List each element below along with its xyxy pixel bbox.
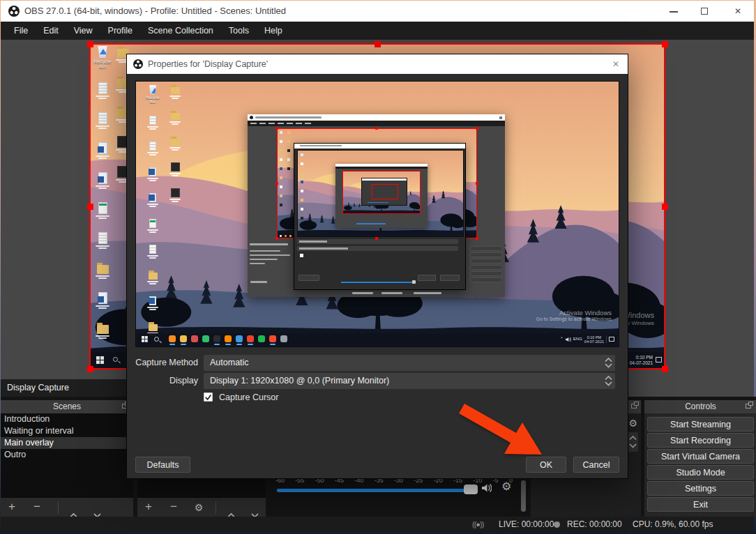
search-icon	[154, 337, 159, 342]
recycle-bin-desktop-icon: Recycle Bin	[93, 46, 112, 69]
properties-dialog: Properties for 'Display Capture' ✕ Recyc…	[126, 54, 628, 479]
scene-item[interactable]: Waiting or interval	[1, 425, 133, 437]
menu-item[interactable]: Profile	[100, 22, 140, 40]
dark-app-desktop-icon	[167, 188, 183, 202]
nested-menu-bar	[248, 121, 505, 126]
dialog-close-button[interactable]: ✕	[604, 54, 628, 74]
capture-cursor-label: Capture Cursor	[219, 392, 278, 402]
dark-app-desktop-icon	[167, 162, 183, 176]
menu-bar: FileEditViewProfileScene CollectionTools…	[1, 22, 754, 40]
source-up-button[interactable]	[224, 498, 238, 517]
controls-dock: Controls Start StreamingStart RecordingS…	[644, 400, 756, 517]
scene-down-button[interactable]	[90, 498, 104, 517]
controls-button[interactable]: Exit	[647, 497, 754, 512]
combo-spinner-icon	[603, 374, 613, 388]
folder-desktop-icon	[167, 137, 183, 151]
title-bar: OBS 27.0.1 (64-bit, windows) - Profile: …	[1, 1, 754, 22]
folder-desktop-icon	[167, 85, 183, 99]
controls-button[interactable]: Start Recording	[647, 433, 754, 448]
popout-icon[interactable]	[746, 404, 751, 409]
minimize-button[interactable]	[662, 1, 686, 22]
file-explorer-taskbar-icon	[178, 333, 189, 345]
menu-item[interactable]: File	[6, 22, 36, 40]
menu-item[interactable]: Help	[257, 22, 290, 40]
desktop-icons-column-1: Recycle Bin	[144, 85, 161, 347]
volume-slider-handle[interactable]	[464, 485, 478, 494]
add-scene-button[interactable]: +	[5, 498, 19, 517]
scene-item[interactable]: Outro	[1, 449, 133, 461]
minimize-icon	[670, 11, 678, 13]
duration-spinner[interactable]	[628, 432, 638, 452]
tray-clock: 0:10 PM 04-07-2021	[584, 335, 604, 344]
obs-logo-icon	[133, 59, 143, 69]
selected-source-label: Display Capture	[1, 379, 133, 397]
capture-method-select[interactable]: Automatic	[204, 355, 615, 371]
folder-desktop-icon	[144, 270, 161, 284]
obs-logo-icon	[8, 6, 20, 17]
remove-source-button[interactable]: −	[167, 498, 181, 517]
folder-desktop-icon	[93, 262, 112, 279]
add-source-button[interactable]: +	[142, 498, 156, 517]
doc-desktop-icon	[144, 116, 161, 130]
capture-cursor-checkbox[interactable]	[204, 392, 213, 402]
search-icon	[113, 357, 118, 362]
broadcast-icon: ((●))	[472, 517, 483, 532]
transition-gear-icon[interactable]: ⚙	[628, 418, 637, 429]
controls-button[interactable]: Start Virtual Camera	[647, 449, 754, 464]
capture-method-row: Capture Method Automatic	[127, 355, 628, 371]
scene-item[interactable]: Introduction	[1, 413, 133, 425]
settings-taskbar-icon	[278, 333, 289, 345]
resize-handle-bottom-right[interactable]	[662, 366, 668, 372]
tray-speaker-icon	[566, 337, 571, 342]
resize-handle-mid-left[interactable]	[87, 204, 93, 210]
close-icon: ✕	[726, 1, 750, 22]
scenes-header: Scenes	[1, 400, 133, 413]
menu-item[interactable]: Edit	[36, 22, 66, 40]
close-button[interactable]: ✕	[726, 1, 750, 22]
menu-item[interactable]: Scene Collection	[140, 22, 221, 40]
live-time: LIVE: 00:00:00	[499, 517, 554, 532]
speaker-icon[interactable]	[482, 483, 492, 493]
menu-item[interactable]: View	[66, 22, 100, 40]
maximize-button[interactable]	[693, 1, 717, 22]
doc-desktop-icon	[144, 245, 161, 259]
source-down-button[interactable]	[248, 498, 262, 517]
spin-down-icon[interactable]	[629, 443, 637, 448]
mixer-gear-icon[interactable]: ⚙	[501, 480, 511, 493]
clock-app-taskbar-icon	[211, 333, 222, 345]
resize-handle-mid-right[interactable]	[662, 204, 668, 210]
resize-handle-bottom-left[interactable]	[87, 366, 93, 372]
nested-obs-window-level4	[335, 164, 428, 228]
scene-up-button[interactable]	[66, 498, 80, 517]
spotify-taskbar-icon	[256, 333, 267, 345]
windows-start-icon	[142, 336, 148, 342]
resize-handle-top-center[interactable]	[375, 41, 381, 47]
controls-button[interactable]: Studio Mode	[647, 465, 754, 480]
green-doc-desktop-icon	[93, 202, 112, 219]
scene-list: IntroductionWaiting or intervalMain over…	[1, 413, 133, 497]
remove-scene-button[interactable]: −	[30, 498, 44, 517]
popout-icon[interactable]	[631, 404, 637, 409]
controls-button[interactable]: Settings	[647, 481, 754, 496]
resize-handle-top-right[interactable]	[662, 41, 668, 47]
display-select[interactable]: Display 1: 1920x1080 @ 0,0 (Primary Moni…	[204, 373, 615, 389]
status-bar: ((●)) LIVE: 00:00:00 REC: 00:00:00 CPU: …	[1, 517, 754, 532]
mixer-scrollbar[interactable]	[521, 480, 526, 512]
flame-app-taskbar-icon	[245, 333, 256, 345]
dialog-title-bar: Properties for 'Display Capture' ✕	[127, 54, 628, 74]
cancel-button[interactable]: Cancel	[573, 457, 619, 473]
dialog-preview-image: Recycle Bin	[135, 81, 619, 347]
nested-controls	[470, 246, 502, 284]
annotation-arrow	[453, 397, 551, 461]
volume-slider-track[interactable]	[277, 489, 471, 492]
spin-up-icon[interactable]	[629, 436, 637, 441]
menu-item[interactable]: Tools	[221, 22, 257, 40]
defaults-button[interactable]: Defaults	[135, 457, 190, 473]
whatsapp-taskbar-icon	[200, 333, 211, 345]
scene-item[interactable]: Main overlay	[1, 437, 133, 449]
source-properties-gear-icon[interactable]: ⚙	[192, 498, 206, 517]
controls-button[interactable]: Start Streaming	[647, 417, 754, 432]
nested-title-bar	[248, 114, 505, 121]
resize-handle-top-left[interactable]	[87, 41, 93, 47]
word-doc-desktop-icon	[93, 142, 112, 159]
